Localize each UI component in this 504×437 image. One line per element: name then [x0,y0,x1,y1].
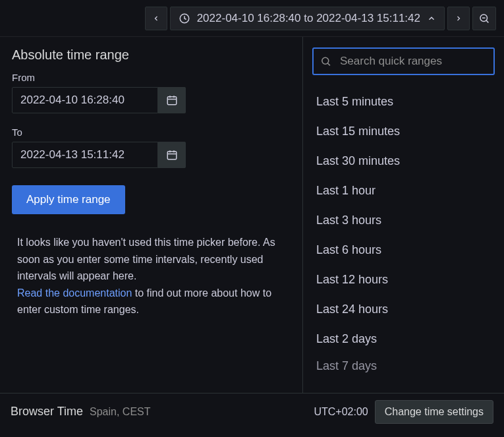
quick-ranges-section: Last 5 minutes Last 15 minutes Last 30 m… [303,37,504,393]
help-line1: It looks like you haven't used this time… [17,237,275,281]
timezone-title: Browser Time [11,405,83,419]
quick-range-item[interactable]: Last 15 minutes [312,117,495,146]
quick-range-item[interactable]: Last 24 hours [312,295,495,324]
quick-range-item[interactable]: Last 12 hours [312,265,495,295]
help-text: It looks like you haven't used this time… [12,234,291,318]
search-wrapper [312,47,495,75]
clock-icon [179,13,190,24]
timezone-controls: UTC+02:00 Change time settings [314,400,493,424]
quick-range-search-input[interactable] [312,47,495,75]
quick-range-item[interactable]: Last 30 minutes [312,146,495,176]
calendar-icon [166,94,178,106]
change-time-settings-button[interactable]: Change time settings [375,400,493,424]
quick-range-item[interactable]: Last 5 minutes [312,87,495,117]
to-label: To [12,127,291,138]
zoom-out-button[interactable] [472,7,496,30]
quick-range-item[interactable]: Last 7 days [312,354,495,381]
from-field-row [12,87,291,113]
zoom-out-icon [478,13,490,24]
svg-point-12 [322,57,329,64]
from-label: From [12,72,291,83]
search-icon [320,56,331,67]
svg-rect-8 [167,152,177,160]
svg-line-3 [486,20,488,22]
timezone-offset: UTC+02:00 [314,406,368,418]
next-range-button[interactable] [447,7,470,30]
absolute-title: Absolute time range [12,47,291,63]
top-toolbar: 2022-04-10 16:28:40 to 2022-04-13 15:11:… [0,0,504,37]
calendar-icon [166,149,178,161]
apply-time-range-button[interactable]: Apply time range [12,185,125,214]
chevron-up-icon [427,14,436,23]
svg-line-13 [327,63,329,65]
to-calendar-button[interactable] [158,142,186,168]
timezone-info: Browser Time Spain, CEST [11,405,151,419]
quick-range-item[interactable]: Last 2 days [312,324,495,354]
quick-range-item[interactable]: Last 6 hours [312,235,495,265]
timezone-location: Spain, CEST [90,406,150,418]
timezone-footer: Browser Time Spain, CEST UTC+02:00 Chang… [0,393,504,430]
to-field-row [12,142,291,168]
time-picker-panel: Absolute time range From To Apply time r… [0,37,504,393]
svg-rect-4 [167,97,177,105]
docs-link[interactable]: Read the documentation [17,287,132,299]
to-input[interactable] [12,142,158,168]
time-range-display: 2022-04-10 16:28:40 to 2022-04-13 15:11:… [197,12,420,25]
absolute-range-section: Absolute time range From To Apply time r… [0,37,303,393]
from-input[interactable] [12,87,158,113]
chevron-left-icon [152,14,160,23]
chevron-right-icon [455,14,462,23]
time-range-picker-button[interactable]: 2022-04-10 16:28:40 to 2022-04-13 15:11:… [170,7,445,30]
quick-range-list: Last 5 minutes Last 15 minutes Last 30 m… [312,87,495,381]
from-calendar-button[interactable] [158,87,186,113]
quick-range-item[interactable]: Last 1 hour [312,176,495,206]
quick-range-item[interactable]: Last 3 hours [312,206,495,235]
prev-range-button[interactable] [145,7,167,30]
